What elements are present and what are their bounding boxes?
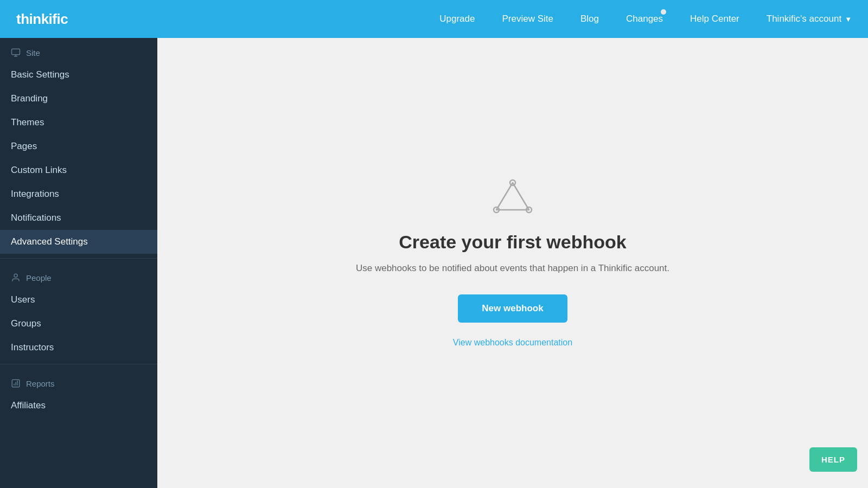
chevron-down-icon: ▼ (845, 15, 852, 23)
preview-site-link[interactable]: Preview Site (502, 14, 553, 24)
logo: thinkific (16, 11, 68, 28)
svg-rect-0 (12, 49, 20, 55)
svg-point-3 (14, 274, 17, 277)
people-icon (11, 273, 21, 282)
sidebar-divider-1 (0, 258, 157, 259)
site-section-header: Site (0, 38, 157, 63)
upgrade-link[interactable]: Upgrade (439, 14, 475, 24)
people-section-header: People (0, 263, 157, 288)
webhook-icon (491, 178, 534, 219)
webhook-title: Create your first webhook (399, 232, 626, 253)
sidebar-item-basic-settings[interactable]: Basic Settings (0, 63, 157, 87)
sidebar-item-users[interactable]: Users (0, 288, 157, 312)
sidebar-item-pages[interactable]: Pages (0, 134, 157, 158)
content-area: Create your first webhook Use webhooks t… (157, 38, 868, 488)
account-link[interactable]: Thinkific's account (767, 14, 841, 24)
help-button[interactable]: HELP (809, 447, 857, 472)
account-menu[interactable]: Thinkific's account ▼ (767, 14, 852, 24)
changes-link[interactable]: Changes (626, 14, 663, 24)
sidebar-item-themes[interactable]: Themes (0, 111, 157, 134)
reports-icon (11, 378, 21, 388)
sidebar: Site Basic Settings Branding Themes Page… (0, 38, 157, 488)
top-nav: thinkific Upgrade Preview Site Blog Chan… (0, 0, 868, 38)
sidebar-item-instructors[interactable]: Instructors (0, 336, 157, 359)
sidebar-item-integrations[interactable]: Integrations (0, 182, 157, 206)
sidebar-divider-2 (0, 364, 157, 364)
blog-link[interactable]: Blog (580, 14, 599, 24)
sidebar-item-advanced-settings[interactable]: Advanced Settings (0, 230, 157, 254)
help-center-link[interactable]: Help Center (690, 14, 739, 24)
sidebar-item-custom-links[interactable]: Custom Links (0, 158, 157, 182)
changes-notification-dot (661, 9, 666, 15)
sidebar-item-affiliates[interactable]: Affiliates (0, 394, 157, 418)
main-layout: Site Basic Settings Branding Themes Page… (0, 38, 868, 488)
webhook-empty-state: Create your first webhook Use webhooks t… (356, 178, 669, 348)
sidebar-item-groups[interactable]: Groups (0, 312, 157, 336)
webhook-docs-link[interactable]: View webhooks documentation (453, 338, 572, 348)
reports-section-header: Reports (0, 369, 157, 394)
webhook-description: Use webhooks to be notified about events… (356, 261, 669, 275)
new-webhook-button[interactable]: New webhook (458, 294, 567, 323)
site-icon (11, 48, 21, 57)
sidebar-item-branding[interactable]: Branding (0, 87, 157, 111)
sidebar-item-notifications[interactable]: Notifications (0, 206, 157, 230)
